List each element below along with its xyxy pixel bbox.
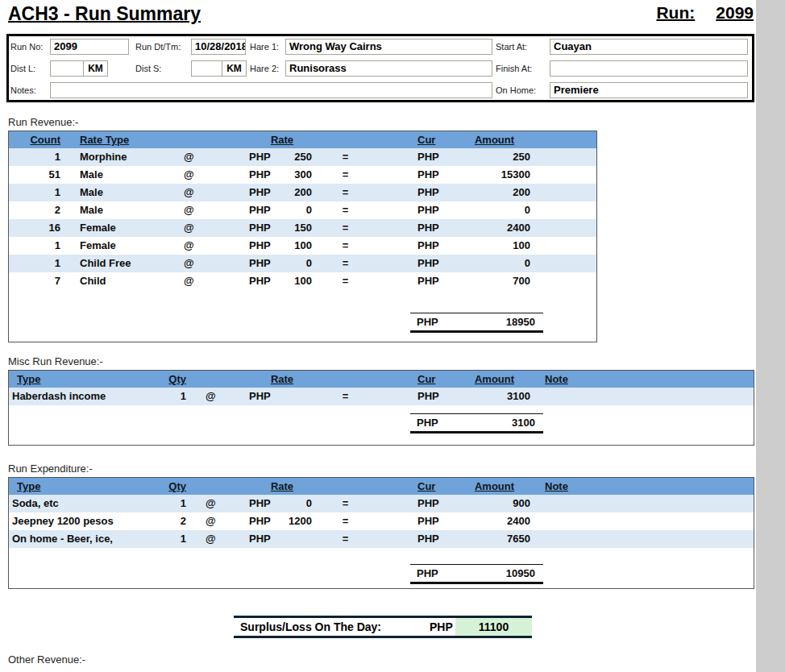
- run-number-group: Run: 2099: [656, 3, 754, 23]
- total-amount: 3100: [512, 417, 535, 429]
- cell-type: Haberdash income: [9, 388, 166, 405]
- header-rate: Rate: [249, 478, 315, 495]
- hare1-field[interactable]: Wrong Way Cairns: [285, 39, 492, 55]
- misc-revenue-section-label: Misc Run Revenue:-: [8, 355, 103, 367]
- cell-type: Jeepney 1200 pesos: [9, 512, 166, 530]
- cell-rate: [283, 530, 315, 548]
- start-at-field[interactable]: Cuayan: [550, 39, 748, 55]
- spacer: [376, 495, 416, 512]
- cell-rate-cur: PHP: [249, 512, 283, 530]
- hare2-field[interactable]: Runisorass: [285, 60, 492, 77]
- cell-cur: PHP: [416, 255, 452, 272]
- header-cur: Cur: [416, 478, 452, 495]
- run-number: 2099: [716, 3, 754, 23]
- cell-rate: 100: [283, 237, 315, 255]
- cell-rate: 100: [283, 272, 315, 290]
- spacer: [376, 255, 416, 272]
- expenditure-row: Jeepney 1200 pesos 2 @ PHP 1200 = PHP 24…: [9, 512, 754, 530]
- equals-symbol: =: [315, 512, 376, 530]
- cell-rate-type: Female: [80, 219, 181, 237]
- cell-note: [537, 495, 754, 512]
- cell-rate-type: Female: [80, 237, 181, 255]
- spacer: [376, 530, 416, 548]
- spacer: [376, 219, 416, 237]
- page-edge: [756, 0, 785, 672]
- run-dttm-field[interactable]: 10/28/2018: [191, 39, 246, 55]
- total-cur: PHP: [417, 417, 438, 429]
- header-cur: Cur: [416, 371, 452, 388]
- spacer: [186, 512, 202, 530]
- spacer: [315, 371, 376, 388]
- header-rate: Rate: [249, 371, 315, 388]
- run-no-label: Run No:: [10, 39, 43, 55]
- on-home-field[interactable]: Premiere: [550, 82, 748, 98]
- cell-rate-cur: PHP: [249, 201, 283, 219]
- cell-rate: 0: [283, 201, 315, 219]
- at-symbol: @: [181, 166, 249, 184]
- equals-symbol: =: [315, 219, 376, 237]
- notes-field[interactable]: [50, 82, 492, 98]
- surplus-row: Surplus/Loss On The Day: PHP 11100: [234, 616, 532, 638]
- spacer: [60, 184, 80, 201]
- header-rate: Rate: [249, 131, 315, 148]
- cell-count: 7: [9, 272, 60, 290]
- at-symbol: @: [181, 184, 249, 201]
- at-symbol: @: [202, 530, 249, 548]
- equals-symbol: =: [315, 184, 376, 201]
- cell-amount: 700: [452, 272, 537, 290]
- cell-qty: 2: [166, 512, 186, 530]
- run-no-field[interactable]: 2099: [50, 39, 129, 55]
- header-type: Type: [9, 478, 166, 495]
- cell-rate-type: Male: [80, 201, 181, 219]
- spacer: [60, 166, 80, 184]
- cell-cur: PHP: [416, 148, 452, 166]
- other-revenue-section-label: Other Revenue:-: [8, 653, 85, 666]
- cell-amount: 900: [452, 495, 537, 512]
- cell-rate-cur: PHP: [249, 237, 283, 255]
- run-details-box: Run No: 2099 Run Dt/Tm: 10/28/2018 Hare …: [6, 34, 754, 102]
- expenditure-section-label: Run Expenditure:-: [8, 463, 93, 475]
- spacer: [186, 478, 202, 495]
- finish-at-field[interactable]: [550, 60, 748, 77]
- cell-note: [537, 530, 754, 548]
- equals-symbol: =: [315, 148, 376, 166]
- equals-symbol: =: [315, 388, 376, 405]
- at-symbol: @: [202, 512, 249, 530]
- at-symbol: @: [181, 201, 249, 219]
- run-revenue-row: 16 Female @ PHP 150 = PHP 2400: [9, 219, 596, 237]
- run-revenue-total: PHP 18950: [410, 313, 543, 333]
- page-title: ACH3 - Run Summary: [8, 3, 201, 25]
- at-symbol: @: [181, 148, 249, 166]
- run-revenue-row: 1 Child Free @ PHP 0 = PHP 0: [9, 255, 596, 272]
- cell-qty: 1: [166, 388, 186, 405]
- misc-revenue-row: Haberdash income 1 @ PHP = PHP 3100: [9, 388, 754, 405]
- cell-cur: PHP: [416, 495, 452, 512]
- cell-amount: 7650: [452, 530, 537, 548]
- cell-rate: 0: [283, 255, 315, 272]
- header-cur: Cur: [416, 131, 452, 148]
- cell-amount: 2400: [452, 512, 537, 530]
- misc-revenue-total: PHP 3100: [410, 413, 543, 433]
- expenditure-row: Soda, etc 1 @ PHP 0 = PHP 900: [9, 495, 754, 512]
- run-revenue-section-label: Run Revenue:-: [8, 116, 78, 128]
- spacer: [376, 201, 416, 219]
- cell-amount: 2400: [452, 219, 537, 237]
- spacer: [376, 512, 416, 530]
- cell-rate-cur: PHP: [249, 530, 283, 548]
- cell-type: Soda, etc: [9, 495, 166, 512]
- spacer: [376, 478, 416, 495]
- run-dttm-label: Run Dt/Tm:: [135, 39, 181, 55]
- at-symbol: @: [181, 237, 249, 255]
- header-amount: Amount: [452, 371, 537, 388]
- cell-count: 1: [9, 237, 60, 255]
- dist-s-label: Dist S:: [135, 60, 161, 77]
- dist-s-field[interactable]: [191, 60, 222, 77]
- cell-count: 16: [9, 219, 60, 237]
- cell-cur: PHP: [416, 219, 452, 237]
- run-revenue-header-row: Count Rate Type Rate Cur Amount: [9, 131, 596, 148]
- run-summary-page: ACH3 - Run Summary Run: 2099 Run No: 209…: [0, 0, 785, 672]
- equals-symbol: =: [315, 530, 376, 548]
- cell-rate: 300: [283, 166, 315, 184]
- dist-l-field[interactable]: [50, 60, 84, 77]
- cell-amount: 100: [452, 237, 537, 255]
